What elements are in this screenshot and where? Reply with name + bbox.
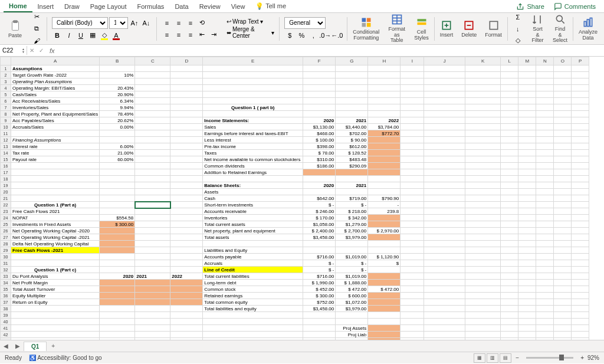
cell[interactable] <box>465 293 501 299</box>
cell[interactable] <box>368 221 401 228</box>
cell[interactable] <box>368 150 401 156</box>
cell[interactable] <box>303 312 336 319</box>
italic-button[interactable]: I <box>64 30 74 41</box>
cell[interactable]: $642.00 <box>303 195 336 202</box>
cell[interactable]: Total Asset Turnover <box>11 286 100 293</box>
cell[interactable]: $790.90 <box>368 195 401 202</box>
cell[interactable]: 6.34% <box>100 98 135 104</box>
row-header[interactable]: 8 <box>1 111 11 117</box>
cell[interactable] <box>336 98 368 104</box>
cell[interactable]: Total current liabilities <box>203 273 303 280</box>
format-painter-icon[interactable]: 🖌 <box>31 35 42 46</box>
cell[interactable] <box>536 241 554 247</box>
fx-icon[interactable]: fx <box>46 47 58 54</box>
cell[interactable] <box>572 137 589 143</box>
cell[interactable] <box>100 312 135 319</box>
cell[interactable] <box>135 189 170 195</box>
cell[interactable] <box>135 202 170 208</box>
cell[interactable] <box>135 254 170 260</box>
cell[interactable] <box>554 156 572 163</box>
zoom-in-button[interactable]: + <box>580 355 584 361</box>
row-header[interactable]: 28 <box>1 241 11 247</box>
cell[interactable] <box>170 78 203 85</box>
cell[interactable] <box>554 306 572 312</box>
cell[interactable]: Return on Equity <box>11 299 100 306</box>
cell[interactable]: $ - <box>336 267 368 273</box>
row-header[interactable]: 26 <box>1 228 11 234</box>
paste-button[interactable]: Paste <box>6 18 24 40</box>
cell[interactable] <box>368 182 401 189</box>
cell[interactable]: 2020 <box>303 117 336 124</box>
row-header[interactable]: 5 <box>1 91 11 98</box>
cell[interactable] <box>424 221 465 228</box>
cell[interactable] <box>100 319 135 325</box>
cell[interactable] <box>465 215 501 221</box>
cell[interactable] <box>303 104 336 111</box>
cell[interactable] <box>536 280 554 286</box>
cell[interactable] <box>135 299 170 306</box>
cell[interactable] <box>401 247 424 254</box>
cell[interactable] <box>170 98 203 104</box>
cell[interactable]: $ - <box>336 260 368 267</box>
cell[interactable] <box>554 85 572 91</box>
col-header[interactable]: J <box>424 57 465 65</box>
cell[interactable] <box>465 319 501 325</box>
cell[interactable] <box>368 299 401 306</box>
row-header[interactable]: 41 <box>1 325 11 332</box>
cell[interactable] <box>554 150 572 156</box>
cell[interactable] <box>424 143 465 150</box>
cell[interactable] <box>368 143 401 150</box>
cell[interactable] <box>424 156 465 163</box>
cell[interactable] <box>465 286 501 293</box>
cell[interactable] <box>100 130 135 137</box>
cell[interactable] <box>170 111 203 117</box>
cell[interactable] <box>11 319 100 325</box>
fill-icon[interactable]: ↓ <box>513 24 523 34</box>
cell[interactable] <box>424 273 465 280</box>
cell[interactable] <box>554 319 572 325</box>
cell[interactable] <box>501 332 518 338</box>
cell[interactable] <box>203 241 303 247</box>
cell[interactable] <box>368 98 401 104</box>
cell[interactable] <box>536 65 554 72</box>
cell[interactable] <box>518 130 536 137</box>
cell[interactable] <box>424 163 465 169</box>
cell[interactable] <box>424 267 465 273</box>
cell[interactable] <box>401 124 424 130</box>
cell[interactable] <box>135 306 170 312</box>
format-cells-button[interactable]: Format <box>482 18 505 40</box>
cell[interactable] <box>368 104 401 111</box>
row-header[interactable]: 11 <box>1 130 11 137</box>
cell[interactable] <box>554 247 572 254</box>
col-header[interactable]: E <box>203 57 303 65</box>
cell[interactable]: Assumptions <box>11 65 100 72</box>
cell[interactable]: 60.00% <box>100 156 135 163</box>
cell[interactable] <box>518 299 536 306</box>
cell[interactable] <box>303 85 336 91</box>
cell[interactable] <box>518 124 536 130</box>
cell[interactable] <box>336 104 368 111</box>
cell[interactable] <box>401 111 424 117</box>
cell[interactable] <box>501 91 518 98</box>
cell[interactable] <box>501 169 518 176</box>
cell[interactable] <box>303 338 336 340</box>
cell[interactable]: Common stock <box>203 286 303 293</box>
cell[interactable] <box>170 117 203 124</box>
accessibility-status[interactable]: ♿ Accessibility: Good to go <box>29 355 102 361</box>
cell[interactable]: 21.00% <box>100 150 135 156</box>
cell[interactable] <box>336 78 368 85</box>
cell[interactable] <box>518 85 536 91</box>
cell[interactable] <box>518 111 536 117</box>
cell[interactable] <box>501 124 518 130</box>
row-header[interactable]: 30 <box>1 254 11 260</box>
analyze-data-button[interactable]: Analyze Data <box>576 15 600 42</box>
add-sheet-button[interactable]: + <box>47 343 60 349</box>
cell[interactable] <box>135 91 170 98</box>
orientation-icon[interactable]: ⟲ <box>197 18 208 28</box>
cell[interactable] <box>554 312 572 319</box>
cell[interactable] <box>518 176 536 182</box>
cell[interactable]: Operating Plan Assumptions <box>11 78 100 85</box>
cell[interactable] <box>501 208 518 215</box>
cell[interactable]: 6.00% <box>100 143 135 150</box>
cell[interactable]: $186.00 <box>303 163 336 169</box>
